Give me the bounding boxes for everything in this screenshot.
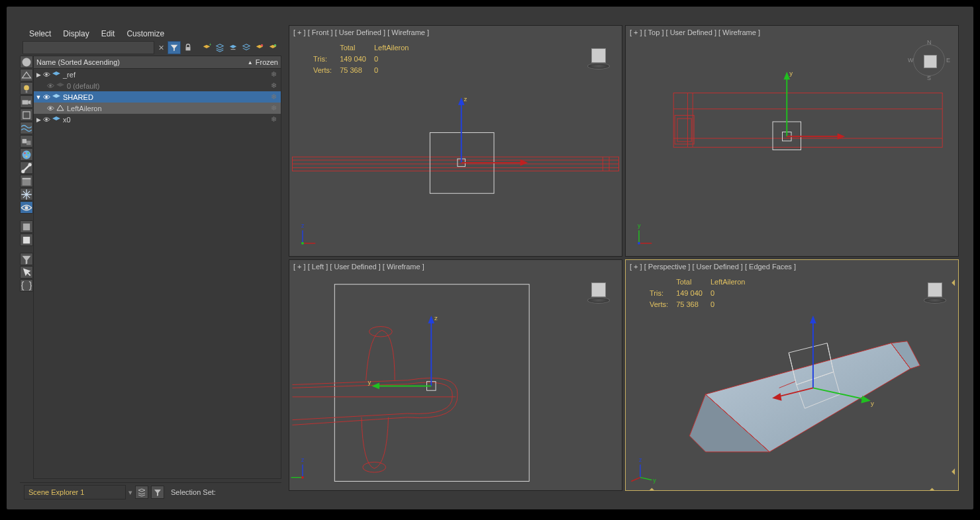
layer-action1-icon[interactable] <box>227 42 239 54</box>
tool-helper-icon[interactable] <box>20 108 33 121</box>
svg-point-4 <box>23 58 31 66</box>
svg-rect-39 <box>673 93 942 148</box>
filter-toggle-icon[interactable] <box>168 41 181 54</box>
frozen-icon[interactable]: ❄ <box>268 93 279 101</box>
viewcube-compass-icon[interactable]: N S E W <box>909 40 949 80</box>
footer-filter-icon[interactable] <box>151 486 164 499</box>
tree-row-default[interactable]: 👁 0 (default) ❄ <box>34 80 281 91</box>
viewport-left[interactable]: [ + ] [ Left ] [ User Defined ] [ Wirefr… <box>289 259 622 491</box>
layer-action2-icon[interactable] <box>240 42 252 54</box>
visibility-icon[interactable]: 👁 <box>42 116 51 124</box>
svg-point-56 <box>638 242 640 245</box>
tool-sphere-icon[interactable] <box>20 56 33 68</box>
clear-filter-icon[interactable]: ✕ <box>156 42 166 53</box>
tool-select-icon[interactable] <box>20 266 33 279</box>
frozen-icon[interactable]: ❄ <box>268 115 279 124</box>
tree-row-shared[interactable]: ▼ 👁 SHARED ❄ <box>34 91 281 103</box>
viewcube-icon[interactable] <box>921 279 948 305</box>
menu-edit[interactable]: Edit <box>101 29 115 38</box>
svg-point-58 <box>369 327 393 337</box>
menu-select[interactable]: Select <box>29 29 51 38</box>
svg-text:y: y <box>789 69 793 77</box>
tree-row-x0[interactable]: ▶ 👁 x0 ❄ <box>34 114 281 125</box>
filter-input[interactable] <box>23 41 154 54</box>
compass-s: S <box>927 75 931 81</box>
viewcube-icon[interactable] <box>585 44 611 71</box>
tool-light-icon[interactable] <box>20 82 33 95</box>
tree-header-frozen: Frozen <box>256 58 278 66</box>
sort-asc-icon: ▲ <box>248 60 253 65</box>
viewport-label[interactable]: [ + ] [ Left ] [ User Defined ] [ Wirefr… <box>293 263 424 271</box>
expand-icon[interactable]: ▶ <box>35 116 42 123</box>
stats-overlay: TotalLeftAileron Tris:149 0400 Verts:75 … <box>312 42 416 77</box>
tool-blank2-icon[interactable] <box>20 234 33 246</box>
layers-icon[interactable] <box>214 42 226 54</box>
viewport-front[interactable]: [ + ] [ Front ] [ User Defined ] [ Wiref… <box>289 25 622 257</box>
stats-overlay: TotalLeftAileron Tris:149 0400 Verts:75 … <box>648 276 753 311</box>
tool-mesh-icon[interactable] <box>20 69 33 81</box>
expand-icon[interactable]: ▶ <box>35 71 42 78</box>
tool-wave-icon[interactable] <box>20 122 33 134</box>
svg-rect-20 <box>23 223 30 230</box>
visibility-icon[interactable]: 👁 <box>42 71 51 79</box>
viewport-label[interactable]: [ + ] [ Perspective ] [ User Defined ] [… <box>630 263 796 271</box>
svg-point-71 <box>301 476 304 479</box>
viewport-perspective[interactable]: [ + ] [ Perspective ] [ User Defined ] [… <box>625 259 959 491</box>
svg-point-13 <box>27 152 29 154</box>
tree-row-ref[interactable]: ▶ 👁 _ref ❄ <box>34 69 281 80</box>
explorer-title[interactable]: Scene Explorer 1 <box>24 485 126 499</box>
tool-paint-icon[interactable] <box>20 148 33 161</box>
tool-group-icon[interactable] <box>20 135 33 148</box>
tool-camera-icon[interactable] <box>20 95 33 108</box>
viewcube-icon[interactable] <box>585 279 611 305</box>
frozen-icon[interactable]: ❄ <box>268 81 279 90</box>
tree-header[interactable]: Name (Sorted Ascending) ▲ Frozen <box>33 56 281 69</box>
viewport-label[interactable]: [ + ] [ Front ] [ User Defined ] [ Wiref… <box>293 28 429 36</box>
svg-rect-9 <box>23 139 26 143</box>
tool-funnel-icon[interactable] <box>20 253 33 265</box>
frozen-icon[interactable]: ❄ <box>268 104 279 112</box>
frozen-icon[interactable]: ❄ <box>268 70 279 79</box>
svg-text:y: y <box>871 400 874 407</box>
svg-rect-17 <box>23 179 31 185</box>
tool-bone-icon[interactable] <box>20 161 33 174</box>
svg-point-3 <box>274 44 277 47</box>
tool-blank1-icon[interactable] <box>20 220 33 233</box>
visibility-icon[interactable]: 👁 <box>46 105 55 112</box>
svg-text:y: y <box>653 477 656 484</box>
layer-icon <box>51 71 62 79</box>
tree-row-aileron[interactable]: 👁 LeftAileron ❄ <box>34 103 281 114</box>
svg-point-2 <box>261 44 264 47</box>
viewport-top[interactable]: [ + ] [ Top ] [ User Defined ] [ Wirefra… <box>625 25 959 257</box>
visibility-icon[interactable]: 👁 <box>42 93 51 101</box>
viewport-label[interactable]: [ + ] [ Top ] [ User Defined ] [ Wirefra… <box>630 28 760 36</box>
visibility-icon[interactable]: 👁 <box>46 82 55 90</box>
footer-layers-icon[interactable] <box>135 486 148 499</box>
layer-icon <box>51 116 62 124</box>
explorer-footer: Scene Explorer 1 ▾ Selection Set: <box>20 482 281 501</box>
lock-icon[interactable] <box>182 42 194 54</box>
layer-action3-icon[interactable] <box>254 42 266 54</box>
menu-customize[interactable]: Customize <box>126 29 164 38</box>
explorer-toolbar <box>20 56 33 479</box>
layer-action4-icon[interactable] <box>267 42 279 54</box>
tool-snow-icon[interactable] <box>20 188 33 200</box>
viewports: [ + ] [ Front ] [ User Defined ] [ Wiref… <box>289 25 959 491</box>
left-viewport-canvas: z y z <box>289 260 622 490</box>
svg-marker-88 <box>861 396 871 404</box>
menu-display[interactable]: Display <box>63 29 89 38</box>
tool-container-icon[interactable] <box>20 175 33 187</box>
app-window: Select Display Edit Customize ✕ + <box>7 7 973 509</box>
tree-label: LeftAileron <box>66 105 268 112</box>
tool-eye-icon[interactable] <box>20 201 33 214</box>
new-layer-icon[interactable]: + <box>201 42 213 54</box>
svg-rect-21 <box>23 236 30 243</box>
tree[interactable]: ▶ 👁 _ref ❄ 👁 0 (default) ❄ ▼ � <box>33 69 281 479</box>
explorer-body: Name (Sorted Ascending) ▲ Frozen ▶ 👁 _re… <box>20 56 281 479</box>
tool-brace-icon[interactable] <box>20 279 33 292</box>
collapse-icon[interactable]: ▼ <box>35 94 42 101</box>
explorer-menu-bar: Select Display Edit Customize <box>20 26 281 40</box>
svg-point-11 <box>23 150 31 159</box>
svg-marker-86 <box>810 316 816 324</box>
svg-text:y: y <box>368 378 371 386</box>
